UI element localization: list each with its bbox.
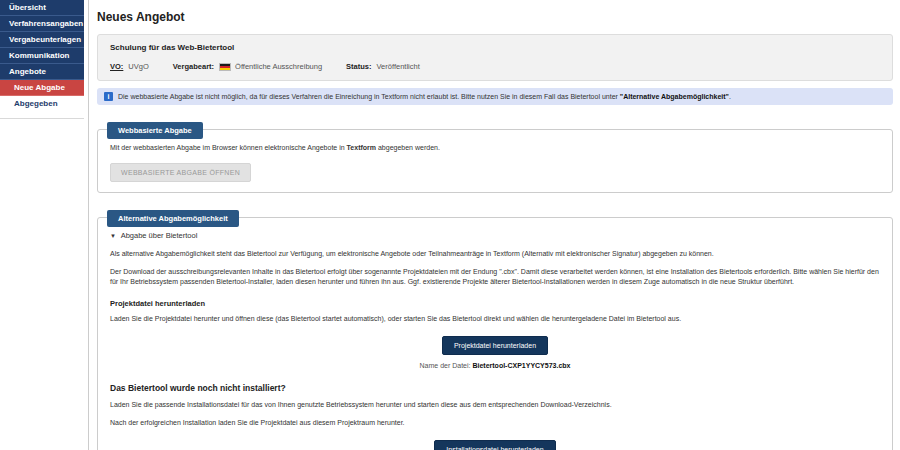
- web-submission-badge: Webbasierte Abgabe: [107, 122, 203, 139]
- download-installer-button[interactable]: Installationsdatei herunterladen: [434, 440, 555, 450]
- sidebar-item-abgegeben[interactable]: Abgegeben: [0, 96, 84, 112]
- vo-label: VO:: [110, 62, 123, 71]
- alternative-submission-panel: Alternative Abgabemöglichkeit ▼ Abgabe ü…: [97, 217, 893, 450]
- procedure-meta: VO: UVgO Vergabeart: Öffentliche Ausschr…: [110, 62, 880, 71]
- sidebar-item-kommunikation[interactable]: Kommunikation: [0, 48, 84, 64]
- alternative-intro-text: Als alternative Abgabemöglichkeit steht …: [110, 249, 880, 259]
- vo-value: UVgO: [128, 62, 148, 71]
- bietertool-collapse-toggle[interactable]: ▼ Abgabe über Bietertool: [110, 231, 880, 240]
- project-file-heading: Projektdatei herunterladen: [110, 299, 880, 308]
- procedure-title: Schulung für das Web-Bietertool: [110, 43, 880, 52]
- status-label: Status:: [346, 62, 371, 71]
- info-banner: i Die webbasierte Abgabe ist nicht mögli…: [97, 88, 893, 105]
- sidebar-item-verfahrensangaben[interactable]: Verfahrensangaben: [0, 16, 84, 32]
- sidebar-item-neue-abgabe[interactable]: Neue Abgabe: [0, 80, 84, 96]
- file-name-label: Name der Datei:: [420, 362, 473, 369]
- status-value: Veröffentlicht: [377, 62, 420, 71]
- sidebar-item-vergabeunterlagen[interactable]: Vergabeunterlagen: [0, 32, 84, 48]
- install-heading: Das Bietertool wurde noch nicht installi…: [110, 383, 880, 393]
- project-file-text: Laden Sie die Projektdatei herunter und …: [110, 314, 880, 324]
- sidebar-divider: [0, 118, 84, 119]
- install-text-2: Nach der erfolgreichen Installation lade…: [110, 418, 880, 428]
- open-web-submission-button[interactable]: WEBBASIERTE ABGABE ÖFFNEN: [110, 163, 251, 182]
- web-submission-text: Mit der webbasierten Abgabe im Browser k…: [110, 143, 880, 153]
- bietertool-toggle-label: Abgabe über Bietertool: [121, 231, 198, 240]
- info-banner-text: Die webbasierte Abgabe ist nicht möglich…: [118, 93, 731, 100]
- chevron-down-icon: ▼: [110, 233, 116, 239]
- sidebar-item-uebersicht[interactable]: Übersicht: [0, 0, 84, 16]
- alternative-submission-badge: Alternative Abgabemöglichkeit: [107, 210, 239, 227]
- install-text-1: Laden Sie die passende Installationsdate…: [110, 400, 880, 410]
- alternative-download-info-text: Der Download der ausschreibungsrelevante…: [110, 267, 880, 287]
- page-title: Neues Angebot: [97, 10, 893, 24]
- main-content: Neues Angebot Schulung für das Web-Biete…: [89, 0, 900, 450]
- vergabeart-value: Öffentliche Ausschreibung: [235, 62, 322, 71]
- procedure-header-card: Schulung für das Web-Bietertool VO: UVgO…: [97, 34, 893, 81]
- project-file-name-line: Name der Datei: Bietertool-CXP1YYCY573.c…: [110, 362, 880, 369]
- german-flag-icon: [219, 63, 231, 71]
- app-window: Übersicht Verfahrensangaben Vergabeunter…: [0, 0, 900, 450]
- vergabeart-label: Vergabeart:: [173, 62, 214, 71]
- sidebar-item-angebote[interactable]: Angebote: [0, 64, 84, 80]
- sidebar: Übersicht Verfahrensangaben Vergabeunter…: [0, 0, 89, 450]
- file-name-value: Bietertool-CXP1YYCY573.cbx: [472, 362, 570, 369]
- info-icon: i: [104, 92, 113, 101]
- web-submission-panel: Webbasierte Abgabe Mit der webbasierten …: [97, 129, 893, 193]
- download-project-file-button[interactable]: Projektdatei herunterladen: [442, 336, 548, 355]
